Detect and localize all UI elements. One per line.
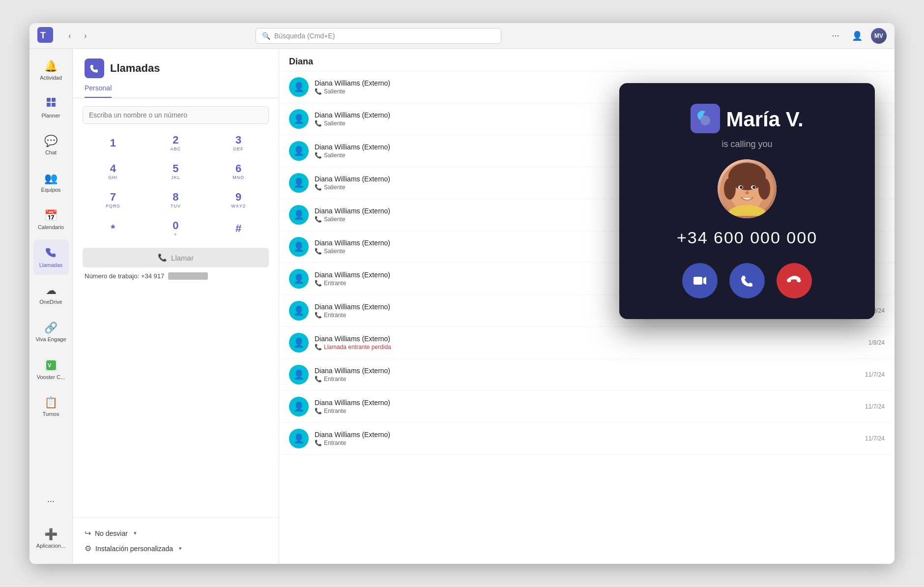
- avatar: 👤: [289, 237, 309, 257]
- dropdown-arrow2-icon: ▾: [179, 545, 182, 552]
- search-bar[interactable]: 🔍 Búsqueda (Cmd+E): [256, 28, 501, 44]
- caller-app-icon: [691, 104, 720, 133]
- svg-point-10: [700, 116, 710, 125]
- number-input[interactable]: [83, 106, 269, 124]
- list-item[interactable]: 👤 Diana Williams (Externo) 📞 Entrante 11…: [279, 391, 895, 423]
- is-calling-text: is calling you: [722, 139, 772, 149]
- sidebar-item-chat[interactable]: 💬 Chat: [33, 127, 69, 163]
- instalacion-option[interactable]: ⚙ Instalación personalizada ▾: [83, 541, 269, 556]
- svg-point-15: [758, 178, 770, 200]
- tab-personal[interactable]: Personal: [85, 84, 112, 98]
- dialpad-key-7[interactable]: 7PQRS: [83, 187, 144, 213]
- user-avatar[interactable]: MV: [871, 28, 887, 44]
- dialpad-key-4[interactable]: 4GHI: [83, 158, 144, 185]
- main-content: 🔔 Actividad Planner 💬 Chat: [29, 49, 895, 564]
- sidebar-item-viva[interactable]: 🔗 Viva Engage: [33, 314, 69, 350]
- avatar: 👤: [289, 269, 309, 289]
- turnos-icon: 📋: [44, 396, 58, 409]
- apps-icon: ➕: [44, 528, 58, 541]
- svg-point-20: [745, 191, 749, 194]
- incoming-call-overlay: María V. is calling you: [619, 83, 875, 319]
- svg-rect-22: [693, 277, 702, 285]
- call-button[interactable]: 📞 Llamar: [83, 248, 269, 267]
- dialpad-key-6[interactable]: 6MNO: [208, 158, 269, 185]
- sidebar-item-turnos[interactable]: 📋 Turnos: [33, 389, 69, 424]
- svg-point-19: [752, 186, 755, 189]
- dialpad-key-1[interactable]: 1: [83, 130, 144, 156]
- accept-call-button[interactable]: [729, 263, 765, 298]
- dialpad-key-2[interactable]: 2ABC: [145, 130, 206, 156]
- settings-icon: ⚙: [85, 544, 91, 553]
- dialpad-key-0[interactable]: 0+: [145, 215, 206, 242]
- work-number: Número de trabajo: +34 917 ██ ███ ███: [83, 272, 269, 280]
- svg-point-14: [724, 178, 736, 200]
- sidebar-item-calendario[interactable]: 📅 Calendario: [33, 202, 69, 237]
- more-dots-icon: ···: [47, 496, 55, 506]
- svg-rect-5: [52, 103, 56, 107]
- sidebar-item-label: OneDrive: [39, 299, 62, 305]
- title-bar-left: T ‹ ›: [37, 27, 92, 45]
- sidebar-item-planner[interactable]: Planner: [33, 90, 69, 125]
- call-date: 11/7/24: [865, 371, 885, 378]
- viva-icon: 🔗: [44, 322, 58, 334]
- planner-icon: [46, 97, 57, 111]
- sidebar-item-more[interactable]: ···: [33, 483, 69, 519]
- caller-photo: [718, 159, 777, 218]
- nav-back-button[interactable]: ‹: [63, 29, 77, 43]
- avatar: 👤: [289, 365, 309, 384]
- dialpad-key-8[interactable]: 8TUV: [145, 187, 206, 213]
- calls-title: Llamadas: [110, 62, 160, 75]
- nav-forward-button[interactable]: ›: [79, 29, 92, 43]
- chat-icon: 💬: [44, 135, 58, 147]
- cloud-icon: ☁: [46, 284, 57, 297]
- more-options-button[interactable]: ···: [828, 28, 843, 44]
- call-info: Diana Williams (Externo) 📞 Entrante: [315, 367, 859, 382]
- call-type-missed: 📞 Llamada entrante perdida: [315, 344, 863, 351]
- dialpad-key-5[interactable]: 5JKL: [145, 158, 206, 185]
- sidebar-item-actividad[interactable]: 🔔 Actividad: [33, 53, 69, 88]
- call-date: 11/7/24: [865, 435, 885, 442]
- sidebar-item-equipos[interactable]: 👥 Equipos: [33, 165, 69, 200]
- calls-panel: Llamadas Personal 1 2ABC 3DEF 4GHI 5JKL …: [73, 49, 279, 564]
- caller-number: +34 600 000 000: [677, 228, 817, 247]
- calls-tabs: Personal: [73, 78, 279, 98]
- sidebar-item-llamadas[interactable]: Llamadas: [33, 239, 69, 275]
- no-desviar-option[interactable]: ↪ No desviar ▾: [83, 526, 269, 541]
- sidebar-item-vooster[interactable]: V Vooster C...: [33, 352, 69, 387]
- sidebar-item-label: Turnos: [43, 411, 59, 417]
- dialpad-key-9[interactable]: 9WXYZ: [208, 187, 269, 213]
- calls-icon-box: [85, 59, 104, 78]
- list-item[interactable]: 👤 Diana Williams (Externo) 📞 Entrante 11…: [279, 423, 895, 455]
- sidebar: 🔔 Actividad Planner 💬 Chat: [29, 49, 73, 564]
- avatar: 👤: [289, 397, 309, 416]
- dialpad-key-star[interactable]: *: [83, 215, 144, 242]
- dropdown-arrow-icon: ▾: [134, 530, 137, 536]
- svg-marker-23: [703, 277, 706, 285]
- dialpad-key-hash[interactable]: #: [208, 215, 269, 242]
- avatar: 👤: [289, 173, 309, 193]
- sidebar-bottom: ··· ➕ Aplicacion...: [33, 483, 69, 560]
- avatar: 👤: [289, 429, 309, 448]
- bell-icon: 🔔: [44, 60, 58, 73]
- call-button-icon: 📞: [158, 253, 167, 262]
- decline-call-button[interactable]: [777, 263, 812, 298]
- sidebar-item-label: Aplicacion...: [36, 543, 65, 549]
- list-item[interactable]: 👤 Diana Williams (Externo) 📞 Llamada ent…: [279, 327, 895, 359]
- call-button-label: Llamar: [171, 254, 194, 262]
- avatar: 👤: [289, 333, 309, 352]
- people-icon-button[interactable]: 👤: [849, 28, 865, 44]
- list-item[interactable]: 👤 Diana Williams (Externo) 📞 Entrante 11…: [279, 359, 895, 391]
- dialpad-section: 1 2ABC 3DEF 4GHI 5JKL 6MNO 7PQRS 8TUV 9W…: [73, 98, 279, 288]
- sidebar-item-label: Llamadas: [39, 262, 63, 268]
- call-type: 📞 Entrante: [315, 440, 859, 446]
- svg-rect-3: [52, 98, 56, 102]
- call-info: Diana Williams (Externo) 📞 Entrante: [315, 431, 859, 446]
- sidebar-item-ondrive[interactable]: ☁ OneDrive: [33, 277, 69, 312]
- call-name: Diana Williams (Externo): [315, 335, 863, 343]
- sidebar-item-apps[interactable]: ➕ Aplicacion...: [33, 521, 69, 556]
- call-type: 📞 Entrante: [315, 408, 859, 414]
- video-call-button[interactable]: [682, 263, 718, 298]
- dialpad-key-3[interactable]: 3DEF: [208, 130, 269, 156]
- forward-icon: ↪: [85, 528, 91, 538]
- sidebar-item-label: Viva Engage: [35, 336, 66, 342]
